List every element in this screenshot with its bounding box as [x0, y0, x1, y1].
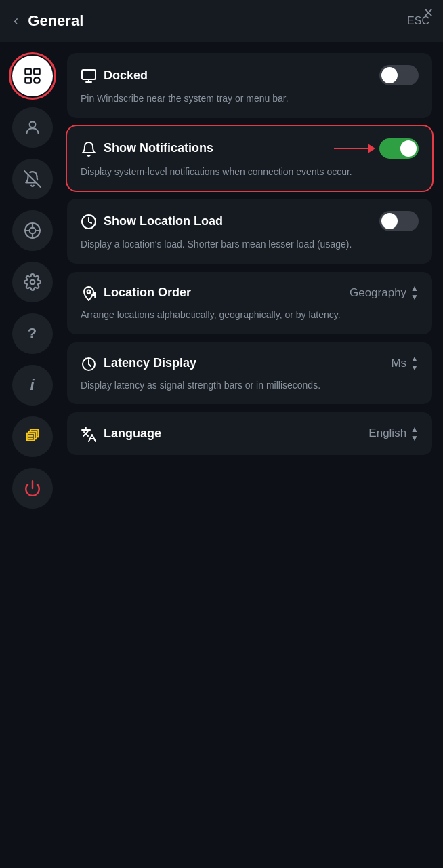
show-location-load-label: Show Location Load	[104, 214, 223, 229]
latency-chevron-icon: ▲ ▼	[410, 355, 419, 372]
sidebar-item-account[interactable]	[12, 107, 53, 148]
header: ‹ General ESC ✕	[0, 0, 443, 42]
latency-display-description: Display latency as signal strength bars …	[81, 379, 419, 393]
sidebar-item-settings[interactable]	[12, 262, 53, 302]
sidebar-item-notifications[interactable]	[12, 159, 53, 199]
docked-card: Docked Pin Windscribe near the system tr…	[67, 53, 432, 118]
sidebar-item-firewall[interactable]	[12, 210, 53, 251]
page-title: General	[28, 12, 83, 30]
sidebar-item-help[interactable]: ?	[12, 313, 53, 354]
docked-toggle-knob	[381, 67, 398, 83]
show-notifications-toggle-knob	[400, 140, 417, 157]
svg-point-7	[29, 228, 35, 234]
language-select[interactable]: English ▲ ▼	[368, 425, 419, 442]
svg-rect-0	[25, 69, 30, 75]
show-location-load-toggle-knob	[381, 213, 398, 229]
sidebar-item-info[interactable]: i	[12, 365, 53, 406]
language-chevron-icon: ▲ ▼	[410, 425, 419, 442]
sidebar: ? i 🗊	[0, 42, 64, 856]
language-icon	[81, 425, 97, 442]
sidebar-item-general[interactable]	[12, 56, 53, 96]
latency-display-label: Latency Display	[104, 356, 196, 370]
svg-point-4	[29, 121, 35, 127]
svg-rect-1	[34, 69, 39, 75]
chevron-updown-icon: ▲ ▼	[410, 284, 419, 301]
language-value: English	[368, 427, 406, 440]
location-order-description: Arrange locations alphabetically, geogra…	[81, 309, 419, 322]
bell-icon	[81, 140, 97, 157]
clock-icon	[81, 212, 97, 230]
show-notifications-label: Show Notifications	[104, 141, 213, 155]
latency-display-value: Ms	[391, 357, 406, 370]
docked-label: Docked	[104, 68, 148, 83]
show-notifications-card: Show Notifications Display system-level …	[67, 126, 432, 191]
docked-icon	[81, 66, 97, 84]
latency-icon	[81, 355, 97, 372]
svg-point-3	[34, 77, 39, 83]
back-button[interactable]: ‹	[14, 14, 18, 28]
main-layout: ? i 🗊	[0, 42, 443, 856]
svg-point-18	[87, 290, 91, 293]
show-notifications-description: Display system-level notifications when …	[81, 165, 419, 179]
language-card: Language English ▲ ▼	[67, 412, 432, 454]
show-location-load-toggle[interactable]	[379, 211, 419, 231]
language-label: Language	[104, 427, 161, 441]
location-order-value: Geography	[350, 286, 406, 300]
show-location-load-card: Show Location Load Display a location's …	[67, 199, 432, 264]
sidebar-item-windscribe[interactable]: 🗊	[12, 416, 53, 457]
latency-display-select[interactable]: Ms ▲ ▼	[391, 355, 419, 372]
location-order-select[interactable]: Geography ▲ ▼	[350, 284, 419, 301]
close-button[interactable]: ✕	[423, 5, 434, 20]
svg-point-12	[30, 280, 35, 285]
location-order-label: Location Order	[104, 285, 191, 300]
show-notifications-toggle[interactable]	[379, 138, 419, 159]
svg-rect-14	[82, 70, 96, 79]
arrow-line	[334, 148, 368, 149]
svg-line-5	[24, 171, 41, 187]
arrow-head	[368, 144, 375, 153]
docked-toggle[interactable]	[379, 65, 419, 85]
location-order-icon	[81, 284, 97, 302]
location-order-card: Location Order Geography ▲ ▼ Arrange loc…	[67, 272, 432, 334]
docked-description: Pin Windscribe near the system tray or m…	[81, 92, 419, 106]
show-location-load-description: Display a location's load. Shorter bars …	[81, 238, 419, 252]
settings-list: Docked Pin Windscribe near the system tr…	[64, 42, 443, 856]
sidebar-item-power[interactable]	[12, 468, 53, 509]
latency-display-card: Latency Display Ms ▲ ▼ Display latency a…	[67, 342, 432, 405]
svg-rect-2	[25, 77, 30, 83]
